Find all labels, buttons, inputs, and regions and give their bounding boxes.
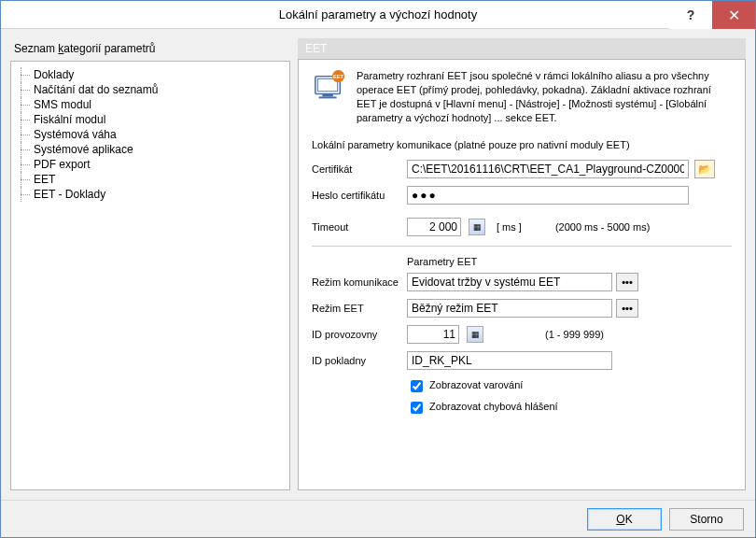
- cert-label: Certifikát: [312, 163, 401, 175]
- tree-item-doklady[interactable]: Doklady: [15, 67, 286, 82]
- tree-item-eet-doklady[interactable]: EET - Doklady: [15, 187, 286, 202]
- titlebar: Lokální parametry a výchozí hodnoty ? ✕: [1, 1, 755, 29]
- left-panel: Seznam kategorií parametrů Doklady Načít…: [10, 38, 290, 490]
- timeout-label: Timeout: [312, 221, 401, 233]
- pass-input[interactable]: [407, 186, 689, 205]
- timeout-input[interactable]: [407, 218, 461, 236]
- row-pass: Heslo certifikátu: [312, 186, 732, 205]
- tree-item-fiskalni[interactable]: Fiskální modul: [15, 112, 286, 127]
- tree-item-vaha[interactable]: Systémová váha: [15, 127, 286, 142]
- timeout-unit: [ ms ]: [497, 221, 522, 233]
- divider: [312, 246, 732, 247]
- rezim-eet-label: Režim EET: [312, 303, 401, 314]
- svg-rect-2: [322, 94, 332, 97]
- row-rezim-kom: Režim komunikace •••: [312, 273, 732, 291]
- category-list-label: Seznam kategorií parametrů: [10, 38, 290, 61]
- row-check-warn: Zobrazovat varování: [407, 377, 732, 395]
- calculator-icon: ▦: [473, 222, 482, 232]
- id-prov-range: (1 - 999 999): [545, 329, 604, 340]
- id-prov-label: ID provozovny: [312, 329, 401, 340]
- close-button[interactable]: ✕: [712, 1, 755, 29]
- tree-item-eet[interactable]: EET: [15, 172, 286, 187]
- ellipsis-icon: •••: [622, 276, 633, 288]
- svg-rect-3: [319, 96, 337, 98]
- cert-input[interactable]: [407, 160, 689, 178]
- ok-button[interactable]: OOKK: [587, 508, 662, 531]
- row-timeout: Timeout ▦ [ ms ] (2000 ms - 5000 ms): [312, 218, 732, 236]
- row-rezim-eet: Režim EET •••: [312, 299, 732, 318]
- cert-browse-button[interactable]: 📂: [694, 160, 715, 178]
- info-row: EET Parametry rozhraní EET jsou společné…: [312, 69, 732, 124]
- info-text: Parametry rozhraní EET jsou společné v r…: [357, 69, 732, 124]
- dialog-body: Seznam kategorií parametrů Doklady Načít…: [1, 29, 755, 500]
- right-panel-header: EET: [298, 38, 746, 59]
- id-prov-input[interactable]: [407, 325, 459, 344]
- rezim-kom-input[interactable]: [407, 273, 612, 291]
- rezim-kom-picker-button[interactable]: •••: [616, 273, 638, 291]
- ellipsis-icon: •••: [622, 303, 633, 314]
- svg-text:EET: EET: [333, 74, 344, 79]
- folder-icon: 📂: [698, 163, 711, 176]
- calculator-icon: ▦: [471, 330, 480, 339]
- check-warnings[interactable]: [411, 380, 423, 392]
- tree-item-nacitani[interactable]: Načítání dat do seznamů: [15, 82, 286, 97]
- dialog-window: Lokální parametry a výchozí hodnoty ? ✕ …: [0, 0, 756, 538]
- rezim-eet-picker-button[interactable]: •••: [616, 299, 638, 318]
- check-errors-label: Zobrazovat chybová hlášení: [429, 402, 558, 413]
- cancel-button[interactable]: Storno: [669, 508, 744, 531]
- category-tree[interactable]: Doklady Načítání dat do seznamů SMS modu…: [10, 61, 290, 490]
- id-pok-input[interactable]: [407, 351, 612, 370]
- titlebar-title: Lokální parametry a výchozí hodnoty: [279, 7, 477, 21]
- params-eet-header: Parametry EET: [407, 256, 732, 267]
- tree-item-aplikace[interactable]: Systémové aplikace: [15, 142, 286, 157]
- check-errors[interactable]: [411, 402, 423, 414]
- timeout-calc-button[interactable]: ▦: [469, 219, 485, 235]
- right-panel-content: EET Parametry rozhraní EET jsou společné…: [298, 59, 746, 490]
- right-panel: EET EET Parametry rozhraní EET jsou: [298, 38, 746, 490]
- help-button[interactable]: ?: [669, 1, 712, 29]
- row-id-pok: ID pokladny: [312, 351, 732, 370]
- pass-label: Heslo certifikátu: [312, 190, 401, 201]
- id-prov-calc-button[interactable]: ▦: [467, 326, 483, 343]
- eet-monitor-icon: EET: [312, 69, 347, 105]
- tree-item-sms[interactable]: SMS modul: [15, 97, 286, 112]
- row-cert: Certifikát 📂: [312, 160, 732, 178]
- tree-item-pdf[interactable]: PDF export: [15, 157, 286, 172]
- rezim-kom-label: Režim komunikace: [312, 276, 401, 288]
- row-check-err: Zobrazovat chybová hlášení: [407, 399, 732, 417]
- rezim-eet-input[interactable]: [407, 299, 612, 318]
- dialog-footer: OOKK Storno: [1, 500, 755, 537]
- check-warnings-label: Zobrazovat varování: [429, 380, 523, 391]
- titlebar-buttons: ? ✕: [669, 1, 755, 29]
- section-local-params-label: Lokální parametry komunikace (platné pou…: [312, 139, 732, 150]
- id-pok-label: ID pokladny: [312, 355, 401, 366]
- timeout-range: (2000 ms - 5000 ms): [555, 221, 650, 233]
- row-id-prov: ID provozovny ▦ (1 - 999 999): [312, 325, 732, 344]
